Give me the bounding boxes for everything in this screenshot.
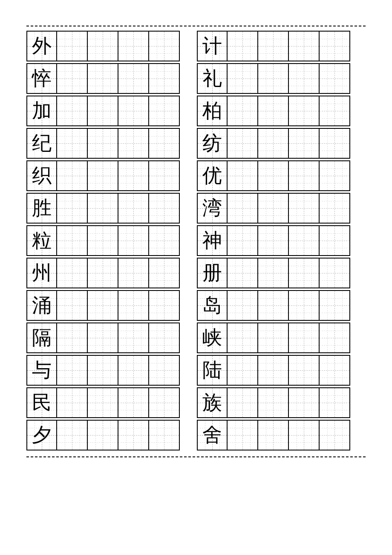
practice-cell (289, 420, 320, 450)
practice-cell (118, 160, 149, 191)
char-group: 族 (197, 387, 366, 418)
practice-cell (88, 225, 118, 256)
char-group: 胜 (26, 193, 195, 224)
practice-cell (118, 355, 149, 386)
practice-cell (57, 193, 88, 224)
practice-cell (320, 193, 350, 224)
practice-cell (320, 96, 350, 126)
practice-cell (57, 31, 88, 61)
main-char-cell: 加 (26, 96, 57, 126)
character-label: 州 (32, 263, 52, 283)
practice-cell (228, 96, 258, 126)
practice-cell (228, 63, 258, 94)
char-group: 纺 (197, 128, 366, 159)
practice-cell (320, 160, 350, 191)
main-char-cell: 织 (26, 160, 57, 191)
char-row: 织优 (26, 160, 366, 191)
practice-cell (57, 355, 88, 386)
character-label: 湾 (202, 198, 222, 218)
practice-cell (57, 160, 88, 191)
char-rows: 外计悴礼加柏纪纺织优胜湾粒神州册涌岛隔峡与陆民族夕舍 (26, 31, 366, 452)
practice-cell (320, 355, 350, 386)
character-label: 隔 (32, 328, 52, 348)
practice-cell (258, 258, 289, 288)
char-group: 悴 (26, 63, 195, 94)
practice-cell (289, 225, 320, 256)
practice-cell (228, 355, 258, 386)
char-group: 外 (26, 31, 195, 61)
main-char-cell: 隔 (26, 323, 57, 353)
practice-cell (88, 258, 118, 288)
main-char-cell: 册 (197, 258, 228, 288)
char-row: 纪纺 (26, 128, 366, 159)
page: 外计悴礼加柏纪纺织优胜湾粒神州册涌岛隔峡与陆民族夕舍 (0, 0, 392, 555)
main-char-cell: 湾 (197, 193, 228, 224)
practice-cell (289, 96, 320, 126)
practice-cell (57, 258, 88, 288)
practice-cell (57, 290, 88, 321)
character-label: 胜 (32, 198, 52, 218)
practice-cell (57, 323, 88, 353)
practice-cell (149, 355, 180, 386)
character-label: 柏 (202, 101, 222, 121)
practice-cell (149, 31, 180, 61)
char-group: 柏 (197, 96, 366, 126)
practice-cell (228, 420, 258, 450)
practice-cell (57, 387, 88, 418)
main-char-cell: 岛 (197, 290, 228, 321)
char-row: 粒神 (26, 225, 366, 256)
practice-cell (118, 323, 149, 353)
character-label: 峡 (202, 328, 222, 348)
character-label: 陆 (202, 360, 222, 380)
practice-cell (258, 355, 289, 386)
character-label: 与 (32, 360, 52, 380)
main-char-cell: 神 (197, 225, 228, 256)
char-row: 加柏 (26, 96, 366, 126)
practice-cell (228, 128, 258, 159)
practice-cell (149, 258, 180, 288)
practice-cell (88, 63, 118, 94)
practice-cell (88, 193, 118, 224)
main-char-cell: 外 (26, 31, 57, 61)
practice-cell (258, 420, 289, 450)
char-row: 夕舍 (26, 420, 366, 450)
main-char-cell: 族 (197, 387, 228, 418)
main-char-cell: 夕 (26, 420, 57, 450)
practice-cell (118, 387, 149, 418)
main-char-cell: 计 (197, 31, 228, 61)
practice-cell (258, 387, 289, 418)
character-label: 织 (32, 166, 52, 186)
char-group: 织 (26, 160, 195, 191)
practice-cell (258, 63, 289, 94)
main-char-cell: 礼 (197, 63, 228, 94)
main-char-cell: 悴 (26, 63, 57, 94)
practice-cell (289, 387, 320, 418)
practice-cell (289, 128, 320, 159)
char-group: 夕 (26, 420, 195, 450)
practice-cell (320, 420, 350, 450)
practice-cell (289, 63, 320, 94)
main-char-cell: 民 (26, 387, 57, 418)
practice-cell (88, 387, 118, 418)
practice-cell (149, 225, 180, 256)
practice-cell (228, 323, 258, 353)
practice-cell (228, 258, 258, 288)
char-group: 册 (197, 258, 366, 288)
practice-cell (57, 128, 88, 159)
practice-cell (149, 96, 180, 126)
practice-cell (118, 193, 149, 224)
main-char-cell: 州 (26, 258, 57, 288)
main-char-cell: 纪 (26, 128, 57, 159)
practice-cell (57, 63, 88, 94)
practice-cell (289, 258, 320, 288)
char-row: 悴礼 (26, 63, 366, 94)
character-label: 悴 (32, 69, 52, 88)
char-row: 民族 (26, 387, 366, 418)
character-label: 优 (202, 166, 222, 186)
practice-cell (258, 225, 289, 256)
main-char-cell: 粒 (26, 225, 57, 256)
practice-cell (118, 128, 149, 159)
main-char-cell: 纺 (197, 128, 228, 159)
char-group: 岛 (197, 290, 366, 321)
char-row: 胜湾 (26, 193, 366, 224)
